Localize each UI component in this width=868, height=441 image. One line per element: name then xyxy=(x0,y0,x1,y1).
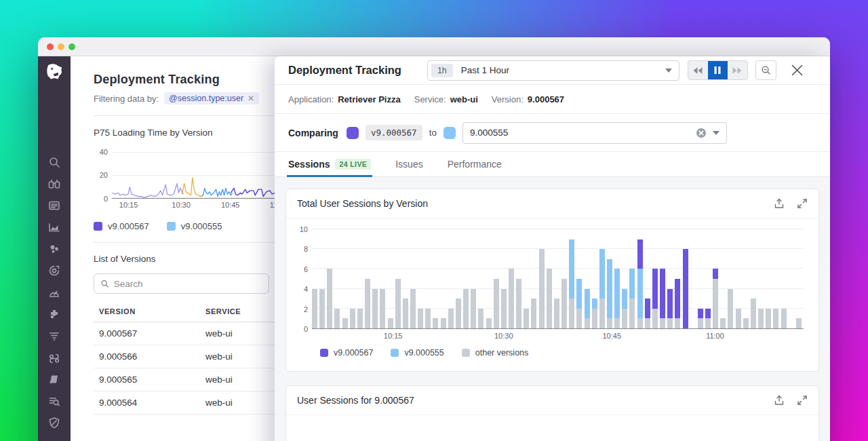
session-bar[interactable] xyxy=(463,229,469,328)
session-bar[interactable] xyxy=(501,229,507,328)
target-icon[interactable] xyxy=(38,260,71,282)
session-bar[interactable] xyxy=(614,229,620,328)
legend-item[interactable]: v9.000567 xyxy=(94,221,149,231)
session-bar[interactable] xyxy=(698,229,703,328)
session-bar[interactable] xyxy=(448,229,454,328)
session-bar[interactable] xyxy=(478,229,484,328)
tab-sessions[interactable]: Sessions 24 LIVE xyxy=(288,159,371,176)
datadog-logo-icon[interactable] xyxy=(38,56,71,88)
maximize-window-button[interactable] xyxy=(68,43,75,50)
close-window-button[interactable] xyxy=(47,43,54,50)
fast-forward-button[interactable] xyxy=(728,61,747,79)
session-bar[interactable] xyxy=(713,229,718,328)
session-bar[interactable] xyxy=(342,229,348,328)
session-bar[interactable] xyxy=(425,229,431,328)
session-bar[interactable] xyxy=(690,229,696,328)
clear-selection-icon[interactable] xyxy=(696,128,707,138)
minimize-window-button[interactable] xyxy=(58,43,64,50)
session-bar[interactable] xyxy=(395,229,401,328)
session-bar[interactable] xyxy=(607,229,612,328)
session-bar[interactable] xyxy=(576,229,582,328)
sessions-plot[interactable] xyxy=(312,229,804,329)
session-bar[interactable] xyxy=(524,229,529,328)
session-bar[interactable] xyxy=(372,229,378,328)
versions-search[interactable] xyxy=(94,273,269,294)
session-bar[interactable] xyxy=(418,229,423,328)
integrations-icon[interactable] xyxy=(38,303,71,325)
session-bar[interactable] xyxy=(720,229,726,328)
session-bar[interactable] xyxy=(327,229,332,328)
session-bar[interactable] xyxy=(705,229,711,328)
session-bar[interactable] xyxy=(365,229,370,328)
session-bar[interactable] xyxy=(789,229,794,328)
legend-item[interactable]: v9.000555 xyxy=(167,221,222,231)
tab-issues[interactable]: Issues xyxy=(395,159,422,176)
expand-icon[interactable] xyxy=(797,198,808,209)
session-bar[interactable] xyxy=(599,229,605,328)
time-range-selector[interactable]: 1h Past 1 Hour xyxy=(427,60,679,81)
session-bar[interactable] xyxy=(410,229,416,328)
session-bar[interactable] xyxy=(751,229,756,328)
area-chart-icon[interactable] xyxy=(38,216,71,238)
legend-item[interactable]: v9.000567 xyxy=(320,348,373,358)
session-bar[interactable] xyxy=(494,229,499,328)
versions-search-input[interactable] xyxy=(114,279,262,289)
export-icon[interactable] xyxy=(774,198,785,209)
legend-item[interactable]: v9.000555 xyxy=(391,348,443,358)
session-bar[interactable] xyxy=(312,229,317,328)
session-bar[interactable] xyxy=(471,229,476,328)
binoculars-icon[interactable] xyxy=(38,173,71,195)
session-bar[interactable] xyxy=(645,229,650,328)
filter-list-icon[interactable] xyxy=(38,325,71,347)
notebook-icon[interactable] xyxy=(38,368,71,390)
newsfeed-icon[interactable] xyxy=(38,195,71,216)
host-map-icon[interactable] xyxy=(38,238,71,260)
column-header-version[interactable]: VERSION xyxy=(94,303,205,322)
session-bar[interactable] xyxy=(660,229,665,328)
remove-filter-icon[interactable]: ✕ xyxy=(248,94,254,103)
session-bar[interactable] xyxy=(441,229,446,328)
session-bar[interactable] xyxy=(728,229,733,328)
session-bar[interactable] xyxy=(380,229,385,328)
session-bar[interactable] xyxy=(547,229,552,328)
security-shield-icon[interactable] xyxy=(38,412,71,434)
session-bar[interactable] xyxy=(554,229,559,328)
rewind-button[interactable] xyxy=(688,61,708,79)
session-bar[interactable] xyxy=(334,229,340,328)
session-bar[interactable] xyxy=(683,229,688,328)
session-bar[interactable] xyxy=(531,229,536,328)
session-bar[interactable] xyxy=(773,229,778,328)
session-bar[interactable] xyxy=(766,229,771,328)
session-bar[interactable] xyxy=(433,229,438,328)
filter-pill[interactable]: @session.type:user ✕ xyxy=(164,92,259,104)
log-search-icon[interactable] xyxy=(38,390,71,412)
session-bar[interactable] xyxy=(539,229,545,328)
session-bar[interactable] xyxy=(637,229,643,328)
session-bar[interactable] xyxy=(486,229,492,328)
session-bar[interactable] xyxy=(675,229,680,328)
session-bar[interactable] xyxy=(758,229,764,328)
session-bar[interactable] xyxy=(569,229,574,328)
session-bar[interactable] xyxy=(456,229,461,328)
session-bar[interactable] xyxy=(357,229,363,328)
session-bar[interactable] xyxy=(319,229,325,328)
table-row[interactable]: 9.000566web-ui xyxy=(94,345,287,368)
session-bar[interactable] xyxy=(350,229,355,328)
search-icon[interactable] xyxy=(38,151,71,173)
session-bar[interactable] xyxy=(652,229,658,328)
expand-icon[interactable] xyxy=(797,395,808,406)
session-bar[interactable] xyxy=(781,229,787,328)
session-bar[interactable] xyxy=(622,229,627,328)
export-icon[interactable] xyxy=(774,395,785,406)
table-row[interactable]: 9.000567web-ui xyxy=(94,322,287,345)
pause-button[interactable] xyxy=(708,61,728,79)
session-bar[interactable] xyxy=(736,229,741,328)
zoom-out-button[interactable] xyxy=(755,60,776,80)
tab-performance[interactable]: Performance xyxy=(448,159,502,176)
session-bar[interactable] xyxy=(743,229,749,328)
session-bar[interactable] xyxy=(388,229,393,328)
session-bar[interactable] xyxy=(516,229,521,328)
gauge-icon[interactable] xyxy=(38,282,71,303)
session-bar[interactable] xyxy=(592,229,597,328)
session-bar[interactable] xyxy=(796,229,802,328)
